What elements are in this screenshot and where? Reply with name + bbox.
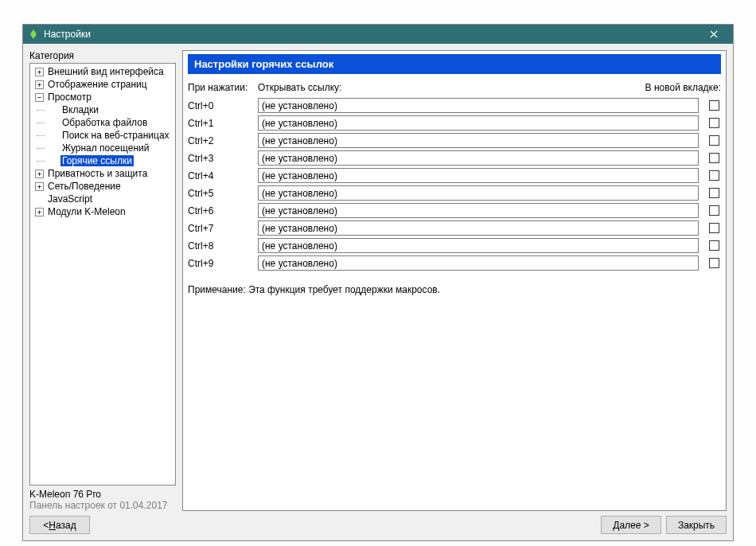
hotlink-row: Ctrl+0(не установлено) [188,98,721,113]
expand-icon[interactable]: + [35,68,44,76]
hotkey-label: Ctrl+7 [188,223,258,234]
expand-icon[interactable]: + [35,208,44,216]
newtab-checkbox[interactable] [709,118,719,128]
hotlink-row: Ctrl+2(не установлено) [188,133,721,148]
app-icon [28,29,39,40]
hotkey-label: Ctrl+0 [188,100,258,111]
hotlink-row: Ctrl+6(не установлено) [188,203,721,218]
newtab-checkbox[interactable] [709,170,719,181]
hotlink-input[interactable]: (не установлено) [258,115,699,131]
hotlink-input[interactable]: (не установлено) [258,203,699,218]
close-icon [710,30,718,38]
tree-node-history[interactable]: Журнал посещений [46,142,175,154]
hotlink-input[interactable]: (не установлено) [258,220,699,236]
tree-node-browsing[interactable]: −Просмотр [32,91,175,103]
hotkey-label: Ctrl+6 [188,205,258,216]
settings-window: Настройки Категория +Внешний вид интерфе… [22,24,734,541]
tree-node-privacy[interactable]: +Приватность и защита [32,167,175,180]
titlebar[interactable]: Настройки [23,25,733,44]
tree-node-rendering[interactable]: +Отображение страниц [32,78,175,91]
hotlink-row: Ctrl+9(не установлено) [188,255,721,271]
header-newtab: В новой вкладке: [633,82,721,93]
back-button[interactable]: < Назад [29,516,90,534]
window-close-button[interactable] [698,25,730,43]
collapse-icon[interactable]: − [35,93,44,102]
note-label: Примечание: Эта функция требует поддержк… [188,284,721,295]
hotlink-input[interactable]: (не установлено) [258,150,699,166]
newtab-checkbox[interactable] [709,258,719,268]
sidebar: Категория +Внешний вид интерфейса +Отобр… [29,50,176,511]
tree-node-appearance[interactable]: +Внешний вид интерфейса [32,65,175,78]
hotlink-row: Ctrl+5(не установлено) [188,185,721,201]
category-label: Категория [29,50,176,61]
header-open: Открывать ссылку: [258,82,633,93]
hotlink-input[interactable]: (не установлено) [258,185,699,201]
hotlink-row: Ctrl+1(не установлено) [188,115,721,131]
window-title: Настройки [44,29,91,40]
tree-node-findinpage[interactable]: Поиск на веб-страницах [46,129,175,142]
newtab-checkbox[interactable] [709,205,719,216]
newtab-checkbox[interactable] [709,135,719,146]
category-tree[interactable]: +Внешний вид интерфейса +Отображение стр… [29,63,176,486]
content-panel: Настройки горячих ссылок При нажатии: От… [182,50,727,511]
hotkey-label: Ctrl+4 [188,170,258,181]
hotkey-label: Ctrl+5 [188,188,258,199]
hotkey-label: Ctrl+2 [188,135,258,146]
expand-icon[interactable]: + [35,170,44,178]
tree-node-tabs[interactable]: Вкладки [46,103,175,116]
tree-node-javascript[interactable]: JavaScript [32,193,175,205]
tree-node-modules[interactable]: +Модули K-Meleon [32,205,175,218]
newtab-checkbox[interactable] [709,223,719,233]
hotkey-label: Ctrl+9 [188,258,258,269]
hotlink-row: Ctrl+3(не установлено) [188,150,721,166]
hotlink-input[interactable]: (не установлено) [258,255,699,271]
version-label: K-Meleon 76 Pro [29,489,176,500]
expand-icon[interactable]: + [35,80,44,89]
newtab-checkbox[interactable] [709,100,719,111]
hotlink-input[interactable]: (не установлено) [258,133,699,148]
panel-date-label: Панель настроек от 01.04.2017 [29,500,176,511]
newtab-checkbox[interactable] [709,240,719,251]
newtab-checkbox[interactable] [709,153,719,163]
hotlink-row: Ctrl+8(не установлено) [188,238,721,253]
hotlink-input[interactable]: (не установлено) [258,98,699,113]
hotkey-label: Ctrl+1 [188,118,258,129]
hotlink-row: Ctrl+7(не установлено) [188,220,721,236]
close-button[interactable]: Закрыть [666,516,727,534]
expand-icon[interactable]: + [35,182,44,191]
hotlink-row: Ctrl+4(не установлено) [188,168,721,183]
tree-node-hotlinks[interactable]: Горячие ссылки [46,154,175,167]
panel-title: Настройки горячих ссылок [188,54,721,74]
header-press: При нажатии: [188,82,258,93]
tree-node-network[interactable]: +Сеть/Поведение [32,180,175,193]
next-button[interactable]: Далее > [601,516,661,534]
hotkey-label: Ctrl+3 [188,153,258,164]
newtab-checkbox[interactable] [709,188,719,198]
hotkey-label: Ctrl+8 [188,240,258,252]
hotlink-input[interactable]: (не установлено) [258,238,699,253]
tree-node-filehandling[interactable]: Обработка файлов [46,116,175,129]
hotlink-input[interactable]: (не установлено) [258,168,699,183]
